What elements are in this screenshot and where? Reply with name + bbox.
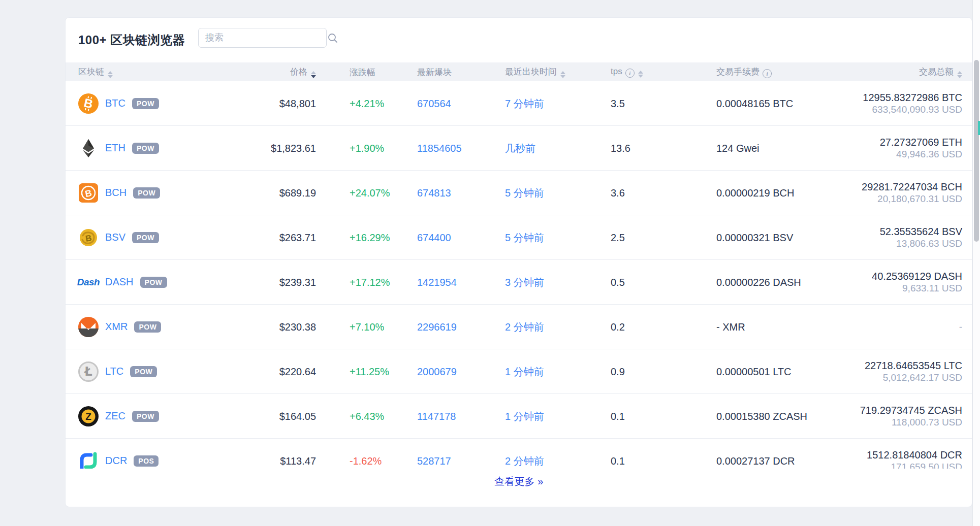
consensus-badge: POW (132, 98, 159, 109)
latest-block-link[interactable]: 11854605 (417, 142, 462, 154)
latest-block-link[interactable]: 2296619 (417, 321, 457, 333)
dash-icon: Dash (78, 272, 99, 292)
latest-block-link[interactable]: 674400 (417, 232, 451, 243)
latest-block-link[interactable]: 528717 (417, 455, 451, 467)
chain-cell: Ł LTC POW (78, 361, 157, 382)
latest-block-link[interactable]: 2000679 (417, 366, 457, 377)
price-value: $220.64 (238, 366, 316, 377)
table-row: ETH POW $1,823.61 +1.90% 11854605 几秒前 13… (66, 126, 972, 171)
chain-link[interactable]: ZEC (105, 410, 125, 422)
table-row: DCR POS $113.47 -1.62% 528717 2 分钟前 0.1 … (66, 439, 972, 469)
table-row: B BCH POW $689.19 +24.07% 674813 5 分钟前 3… (66, 171, 972, 215)
total-usd-value: 171,659.50 USD (867, 461, 962, 469)
column-header-change[interactable]: 涨跌幅 (350, 66, 375, 78)
block-time-link[interactable]: 5 分钟前 (505, 231, 544, 244)
block-time-link[interactable]: 1 分钟前 (505, 409, 544, 423)
block-time-link[interactable]: 3 分钟前 (505, 275, 544, 289)
btc-icon: B (78, 93, 99, 114)
block-time-link[interactable]: 几秒前 (505, 141, 535, 155)
info-icon[interactable] (625, 69, 635, 78)
tps-value: 0.5 (611, 276, 625, 288)
change-percent: +1.90% (350, 142, 384, 154)
tps-value: 2.5 (611, 232, 625, 243)
block-time-link[interactable]: 2 分钟前 (505, 454, 544, 468)
zec-icon: Z (78, 406, 99, 426)
sort-icon[interactable] (311, 71, 316, 78)
consensus-badge: POW (134, 321, 161, 333)
change-percent: +24.07% (350, 187, 390, 199)
block-time-link[interactable]: 2 分钟前 (505, 320, 544, 334)
change-percent: +16.29% (350, 232, 390, 243)
total-crypto-value: 1512.81840804 DCR (867, 449, 962, 461)
search-box[interactable] (198, 28, 327, 48)
fee-value: - XMR (716, 321, 745, 333)
column-header-fee[interactable]: 交易手续费 (716, 66, 772, 78)
scrollbar-marker (978, 121, 980, 135)
chain-link[interactable]: DCR (105, 455, 127, 467)
column-header-block-time[interactable]: 最近出块时间 (505, 66, 565, 78)
column-header-blockchain[interactable]: 区块链 (78, 66, 113, 78)
latest-block-link[interactable]: 1421954 (417, 276, 457, 288)
block-time-link[interactable]: 1 分钟前 (505, 365, 544, 378)
latest-block-link[interactable]: 674813 (417, 187, 451, 199)
column-header-total-volume[interactable]: 交易总额 (919, 66, 962, 78)
tps-value: 3.5 (611, 97, 625, 109)
chain-cell: ETH POW (78, 138, 159, 158)
search-input[interactable] (199, 28, 327, 47)
chain-cell: B BCH POW (78, 183, 160, 203)
tps-value: 0.2 (611, 321, 625, 333)
table-row: B BSV POW $263.71 +16.29% 674400 5 分钟前 2… (66, 215, 972, 260)
svg-text:Ł: Ł (83, 365, 92, 379)
bsv-icon: B (78, 227, 99, 248)
sort-icon[interactable] (638, 71, 643, 78)
chain-link[interactable]: BSV (105, 232, 125, 243)
total-usd-value: - (959, 321, 962, 333)
sort-icon[interactable] (957, 71, 962, 78)
search-icon[interactable] (327, 32, 344, 44)
table-row: Dash DASH POW $239.31 +17.12% 1421954 3 … (66, 260, 972, 305)
column-header-price[interactable]: 价格 (238, 66, 316, 78)
chain-cell: Z ZEC POW (78, 406, 159, 426)
consensus-badge: POW (140, 277, 167, 288)
total-usd-value: 49,946.36 USD (880, 148, 962, 160)
table-row: B BTC POW $48,801 +4.21% 670564 7 分钟前 3.… (66, 81, 972, 126)
sort-icon[interactable] (560, 71, 565, 78)
block-time-link[interactable]: 7 分钟前 (505, 96, 544, 110)
tps-value: 0.9 (611, 366, 625, 377)
latest-block-link[interactable]: 670564 (417, 97, 451, 109)
total-usd-value: 633,540,090.93 USD (863, 104, 962, 115)
change-percent: +4.21% (350, 97, 384, 109)
scrollbar-thumb[interactable] (974, 60, 979, 242)
total-volume-cell: 52.35535624 BSV 13,806.63 USD (880, 225, 962, 250)
fee-value: 0.00015380 ZCASH (716, 410, 807, 422)
table-row: XMR POW $230.38 +7.10% 2296619 2 分钟前 0.2… (66, 305, 972, 349)
info-icon[interactable] (763, 69, 772, 78)
latest-block-link[interactable]: 1147178 (417, 410, 456, 422)
total-crypto-value: 22718.64653545 LTC (865, 359, 962, 372)
chain-link[interactable]: DASH (105, 276, 134, 288)
tps-value: 3.6 (611, 187, 625, 199)
price-value: $230.38 (238, 321, 316, 333)
view-more-link[interactable]: 查看更多 » (494, 476, 544, 487)
total-volume-cell: - (959, 321, 962, 333)
chain-link[interactable]: ETH (105, 142, 125, 154)
page-title: 100+ 区块链浏览器 (78, 32, 185, 48)
sort-icon[interactable] (108, 71, 113, 78)
column-header-latest-block[interactable]: 最新爆块 (417, 66, 452, 78)
chain-link[interactable]: XMR (105, 321, 128, 333)
price-value: $48,801 (238, 97, 316, 109)
chain-link[interactable]: LTC (105, 366, 123, 377)
eth-icon (78, 138, 99, 158)
fee-value: 124 Gwei (716, 142, 760, 154)
total-crypto-value: 29281.72247034 BCH (862, 181, 962, 193)
page-scrollbar[interactable] (972, 0, 980, 526)
chain-link[interactable]: BCH (105, 187, 127, 199)
chain-link[interactable]: BTC (105, 97, 125, 109)
chain-cell: XMR POW (78, 317, 161, 337)
column-header-tps[interactable]: tps (611, 67, 643, 78)
block-time-link[interactable]: 5 分钟前 (505, 186, 544, 200)
price-value: $689.19 (238, 187, 316, 199)
consensus-badge: POW (133, 187, 160, 199)
change-percent: +6.43% (350, 410, 384, 422)
price-value: $1,823.61 (238, 142, 316, 154)
